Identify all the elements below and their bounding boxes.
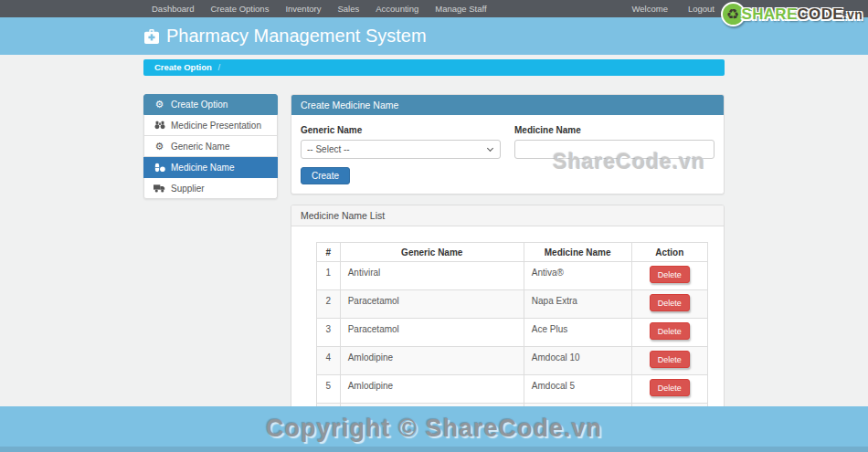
delete-button[interactable]: Delete xyxy=(650,379,690,396)
page-title-text: Pharmacy Management System xyxy=(166,26,427,47)
generic-name-select[interactable]: -- Select -- xyxy=(301,140,501,159)
breadcrumb-link[interactable]: Create Option xyxy=(154,62,212,72)
delete-button[interactable]: Delete xyxy=(650,351,690,368)
medical-bag-icon xyxy=(143,29,160,44)
table-row: 3 Paracetamol Ace Plus Delete xyxy=(317,319,708,347)
delete-button[interactable]: Delete xyxy=(650,266,690,283)
row-number-cell: 5 xyxy=(317,375,341,404)
sharecode-logo[interactable]: ♻ SHARECODE.vn xyxy=(721,2,863,26)
nav-link[interactable]: Inventory xyxy=(277,4,329,14)
gear-icon: ⚙ xyxy=(153,100,165,110)
nav-link[interactable]: Create Options xyxy=(202,4,277,14)
table-row: 2 Paracetamol Napa Extra Delete xyxy=(317,290,708,319)
nav-link[interactable]: Dashboard xyxy=(143,4,202,14)
create-button[interactable]: Create xyxy=(301,167,350,184)
main-nav: DashboardCreate OptionsInventorySalesAcc… xyxy=(143,0,495,17)
medicine-name-cell: Napa Extra xyxy=(524,290,631,319)
sidebar: ⚙ Create Option Medicine Presentation ⚙ … xyxy=(143,94,278,199)
create-medicine-panel: Create Medicine Name Generic Name -- Sel… xyxy=(291,94,725,194)
sidebar-item-generic-name[interactable]: ⚙ Generic Name xyxy=(143,136,278,157)
sidebar-item-supplier[interactable]: Supplier xyxy=(143,178,278,199)
gear-icon: ⚙ xyxy=(153,142,165,152)
generic-name-cell: Paracetamol xyxy=(340,290,524,319)
medicine-name-cell: Ace Plus xyxy=(524,319,631,347)
row-number-cell: 4 xyxy=(317,347,341,375)
binoculars-icon xyxy=(153,121,165,130)
user-nav-link[interactable]: Welcome xyxy=(622,4,678,14)
sidebar-item-medicine-name[interactable]: Medicine Name xyxy=(143,157,278,178)
delete-button[interactable]: Delete xyxy=(650,294,690,311)
generic-name-cell: Amlodipine xyxy=(340,347,524,375)
table-row: 1 Antiviral Antiva® Delete xyxy=(317,262,708,290)
user-nav-link[interactable]: Logout xyxy=(678,4,725,14)
user-nav: WelcomeLogout xyxy=(622,0,725,17)
column-header-num: # xyxy=(317,243,341,262)
nav-link[interactable]: Accounting xyxy=(367,4,427,14)
breadcrumb-separator: / xyxy=(217,62,220,72)
generic-name-label: Generic Name xyxy=(301,125,501,135)
logo-text-code: CODE xyxy=(798,5,843,23)
column-header-action: Action xyxy=(631,243,707,262)
sidebar-item-medicine-presentation[interactable]: Medicine Presentation xyxy=(143,115,278,136)
sidebar-item-label: Generic Name xyxy=(171,142,229,152)
logo-text-share: SHARE xyxy=(742,5,798,23)
page-title: Pharmacy Management System xyxy=(143,26,427,47)
logo-text-vn: .vn xyxy=(843,7,863,22)
column-header-generic: Generic Name xyxy=(340,243,524,262)
row-number-cell: 1 xyxy=(317,262,341,290)
sidebar-item-label: Create Option xyxy=(171,100,228,110)
table-header-row: # Generic Name Medicine Name Action xyxy=(317,243,708,262)
medicine-name-cell: Amdocal 5 xyxy=(524,375,631,404)
medicine-table: # Generic Name Medicine Name Action 1 An… xyxy=(316,242,708,432)
truck-icon xyxy=(153,184,165,193)
sidebar-item-create-option[interactable]: ⚙ Create Option xyxy=(143,94,278,115)
table-row: 4 Amlodipine Amdocal 10 Delete xyxy=(317,347,708,375)
nav-link[interactable]: Manage Staff xyxy=(427,4,494,14)
medicine-name-cell: Antiva® xyxy=(524,262,631,290)
breadcrumb: Create Option / xyxy=(143,59,725,76)
medicine-name-input[interactable] xyxy=(514,140,715,159)
column-header-medicine: Medicine Name xyxy=(524,243,631,262)
medicine-name-cell: Amdocal 10 xyxy=(524,347,631,375)
sidebar-item-label: Medicine Name xyxy=(171,163,234,173)
row-number-cell: 2 xyxy=(317,290,341,319)
pills-icon xyxy=(153,163,165,173)
footer: Copyright © ShareCode.vn xyxy=(0,406,868,452)
footer-copyright-watermark: Copyright © ShareCode.vn xyxy=(266,415,602,443)
sidebar-item-label: Medicine Presentation xyxy=(171,121,261,131)
generic-name-cell: Paracetamol xyxy=(340,319,524,347)
generic-name-cell: Amlodipine xyxy=(340,375,524,404)
delete-button[interactable]: Delete xyxy=(650,322,690,340)
row-number-cell: 3 xyxy=(317,319,341,347)
nav-link[interactable]: Sales xyxy=(329,4,367,14)
create-panel-title: Create Medicine Name xyxy=(291,95,724,115)
list-panel-title: Medicine Name List xyxy=(291,205,724,226)
medicine-name-label: Medicine Name xyxy=(514,125,715,135)
table-row: 5 Amlodipine Amdocal 5 Delete xyxy=(317,375,708,404)
generic-name-cell: Antiviral xyxy=(340,262,524,290)
sidebar-item-label: Supplier xyxy=(171,184,205,194)
